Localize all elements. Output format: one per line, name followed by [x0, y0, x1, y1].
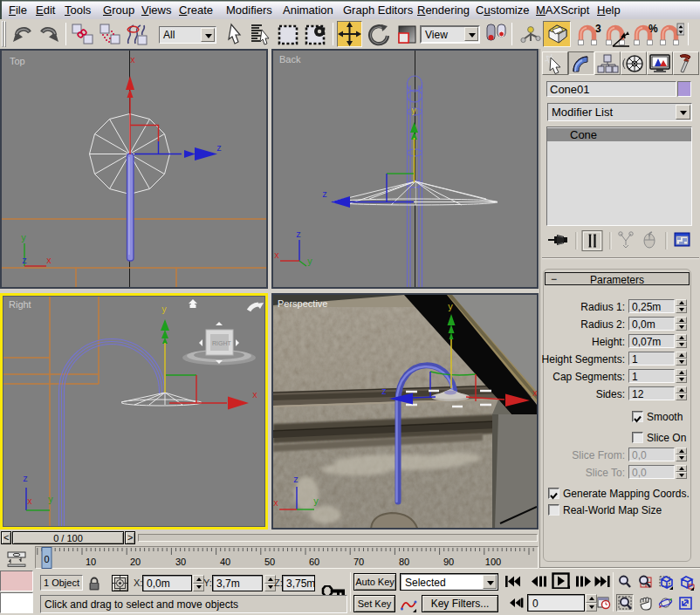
svg-text:x: x — [274, 251, 279, 261]
svg-text:y: y — [448, 303, 453, 312]
svg-text:z: z — [381, 387, 387, 397]
svg-text:30: 30 — [175, 557, 186, 567]
svg-text:z: z — [322, 190, 327, 200]
svg-text:z: z — [23, 475, 28, 484]
svg-text:z: z — [293, 475, 299, 485]
svg-text:70: 70 — [353, 557, 364, 567]
svg-text:y: y — [161, 305, 167, 315]
svg-text:z: z — [216, 144, 222, 154]
svg-text:x: x — [27, 497, 32, 507]
svg-text:z: z — [296, 230, 301, 240]
svg-text:x: x — [252, 391, 257, 400]
svg-text:y: y — [307, 257, 312, 267]
svg-text:y: y — [48, 495, 53, 505]
svg-text:x: x — [273, 499, 278, 509]
svg-text:x: x — [46, 256, 51, 266]
svg-text:x: x — [130, 56, 135, 65]
svg-text:90: 90 — [443, 557, 454, 567]
svg-text:50: 50 — [264, 557, 275, 567]
svg-text:0: 0 — [44, 554, 49, 564]
svg-text:60: 60 — [309, 557, 319, 567]
svg-text:100: 100 — [485, 557, 501, 567]
svg-text:y: y — [313, 497, 319, 507]
svg-text:20: 20 — [130, 557, 141, 567]
svg-text:%: % — [649, 23, 658, 35]
svg-text:y: y — [21, 234, 26, 243]
svg-text:x: x — [532, 389, 537, 399]
svg-text:3: 3 — [595, 23, 601, 35]
svg-text:80: 80 — [399, 557, 409, 567]
svg-text:40: 40 — [220, 557, 230, 567]
svg-text:RIGHT: RIGHT — [212, 340, 232, 346]
svg-text:z: z — [22, 256, 27, 266]
svg-text:10: 10 — [86, 557, 96, 567]
svg-text:y: y — [411, 106, 416, 116]
